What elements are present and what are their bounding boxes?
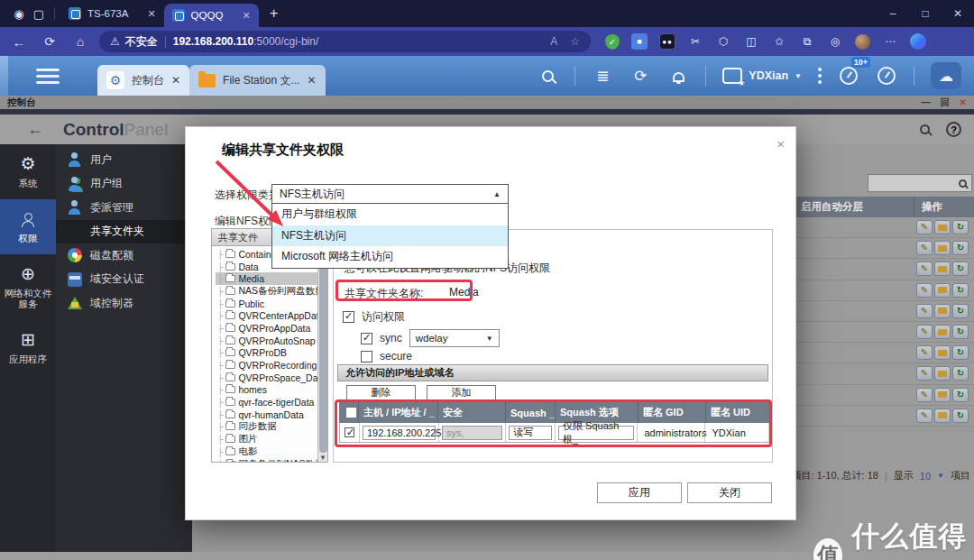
more-menu-icon[interactable]: ⋯ (882, 33, 898, 50)
edit-properties-icon[interactable]: ✎ (916, 220, 933, 234)
tree-folder-item[interactable]: 图片 (216, 433, 327, 445)
app-minimize-button[interactable]: — (922, 97, 931, 107)
tree-folder-item[interactable]: NAS备份到网盘数据 (216, 285, 327, 298)
scrollbar-thumb[interactable] (319, 255, 327, 453)
tree-folder-item[interactable]: QVRProSpace_DataVol2 (216, 372, 327, 384)
address-bar[interactable]: ⚠ 不安全 192.168.200.110 :5000/cgi-bin/ A ☆ (99, 31, 591, 52)
qts-tab-file-station[interactable]: File Station 文... ✕ (189, 65, 325, 96)
new-tab-button[interactable]: + (264, 4, 284, 23)
row-checkbox[interactable] (345, 427, 354, 437)
tree-folder-item[interactable]: 同步数据 (216, 421, 327, 434)
security-input[interactable]: sys, (442, 426, 503, 440)
edit-properties-icon[interactable]: ✎ (916, 262, 933, 276)
shield-extension-icon[interactable]: ✓ (605, 34, 620, 50)
anon-uid-value[interactable]: YDXian (708, 426, 766, 440)
qts-tab-close-icon[interactable]: ✕ (307, 74, 316, 87)
notification-bell-icon[interactable] (667, 65, 689, 87)
tree-folder-item[interactable]: qvr-humanData (216, 409, 327, 421)
sync-mode-select[interactable]: wdelay ▼ (409, 329, 500, 347)
tree-folder-item[interactable]: homes (216, 384, 327, 397)
edit-properties-icon[interactable]: ✎ (916, 388, 933, 402)
browser-tab-ts673a[interactable]: TS-673A ✕ (60, 2, 164, 25)
favorite-star-icon[interactable]: ☆ (570, 35, 580, 48)
home-button[interactable]: ⌂ (70, 32, 90, 51)
tree-folder-item[interactable]: QVRProRecording (216, 359, 327, 372)
window-close-button[interactable]: ✕ (942, 7, 974, 20)
edit-properties-icon[interactable]: ✎ (916, 325, 933, 339)
edit-permissions-icon[interactable] (934, 366, 951, 381)
squash-option-input[interactable]: 仅限 Squash 根_ (558, 426, 634, 440)
snapshot-sync-icon[interactable]: ↻ (952, 304, 969, 318)
tree-folder-item[interactable]: QVRProAppData (216, 322, 327, 335)
app-close-button[interactable]: ✕ (960, 97, 967, 107)
secure-sync-icon[interactable]: ⟳ (629, 65, 651, 87)
profile-avatar-icon[interactable] (855, 34, 870, 50)
snapshot-sync-icon[interactable]: ↻ (952, 409, 969, 423)
snapshot-sync-icon[interactable]: ↻ (952, 283, 969, 298)
option-nfs-host[interactable]: NFS主机访问 (272, 225, 508, 247)
app-maximize-button[interactable]: 回 (941, 96, 950, 109)
edit-properties-icon[interactable]: ✎ (916, 366, 933, 381)
option-user-group[interactable]: 用户与群组权限 (272, 204, 508, 225)
page-size-caret-icon[interactable]: ▼ (937, 472, 944, 480)
edit-properties-icon[interactable]: ✎ (916, 283, 933, 298)
snapshot-sync-icon[interactable]: ↻ (952, 262, 969, 276)
sidebar-menu-item[interactable]: 磁盘配额 (56, 243, 192, 268)
close-button[interactable]: 关闭 (687, 482, 772, 503)
snapshot-sync-icon[interactable]: ↻ (952, 220, 969, 234)
tree-folder-item[interactable]: QVRProAutoSnap (216, 335, 327, 347)
sidebar-category[interactable]: ⚙ 系统 (0, 144, 56, 199)
sync-checkbox[interactable] (361, 333, 372, 344)
window-maximize-button[interactable]: □ (909, 7, 942, 20)
sidebar-category[interactable]: ⊞ 应用程序 (0, 320, 56, 375)
page-size-value[interactable]: 10 (920, 471, 931, 482)
dark-extension-icon[interactable]: ●● (659, 33, 675, 50)
back-arrow-button[interactable]: ← (27, 120, 43, 139)
copy-plus-icon[interactable]: ⧉ (799, 33, 815, 50)
sidebar-category[interactable]: ⊕ 网络和文件服务 (0, 254, 56, 320)
access-permission-checkbox[interactable] (343, 311, 354, 323)
tree-folder-item[interactable]: QVRCenterAppData (216, 309, 327, 322)
squash-input[interactable]: 读写 (509, 426, 552, 440)
tab-close-icon[interactable]: ✕ (147, 8, 155, 20)
window-minimize-button[interactable]: – (877, 7, 909, 20)
global-search-icon[interactable] (537, 65, 558, 87)
snapshot-sync-icon[interactable]: ↻ (952, 345, 969, 360)
edit-permissions-icon[interactable] (934, 241, 951, 255)
permission-type-select[interactable]: NFS主机访问 ▲ (271, 184, 509, 204)
edit-properties-icon[interactable]: ✎ (916, 409, 933, 423)
sidebar-menu-item[interactable]: 用户组 (56, 172, 192, 197)
edit-permissions-icon[interactable] (934, 409, 951, 423)
host-ip-input[interactable]: 192.168.200.225 (363, 426, 436, 440)
edit-permissions-icon[interactable] (934, 388, 951, 402)
tree-folder-item[interactable]: QVRProDB (216, 347, 327, 360)
qts-tab-control-panel[interactable]: ⚙ 控制台 ✕ (97, 65, 189, 96)
sidebar-category[interactable]: 权限 (0, 199, 56, 254)
qts-tab-close-icon[interactable]: ✕ (171, 74, 180, 87)
user-menu[interactable]: YDXian ▼ (722, 68, 802, 84)
tree-folder-item[interactable]: 网盘备份到NAS数据 (216, 458, 327, 462)
option-ms-network-host[interactable]: Microsoft 网络主机访问 (272, 246, 508, 268)
snapshot-sync-icon[interactable]: ↻ (952, 366, 969, 381)
tree-folder-item[interactable]: Media (216, 272, 327, 285)
refresh-button[interactable]: ⟳ (40, 32, 60, 51)
notices-stack-icon[interactable]: ≣ (592, 65, 613, 87)
edit-permissions-icon[interactable] (934, 345, 951, 360)
dialog-close-icon[interactable]: × (776, 136, 785, 151)
sidebar-menu-item[interactable]: 共享文件夹 (56, 220, 192, 244)
scissors-extension-icon[interactable]: ✂ (687, 33, 703, 50)
dashboard-gauge-icon[interactable] (876, 65, 897, 87)
anon-gid-value[interactable]: administrators (640, 426, 702, 440)
help-icon[interactable]: ? (946, 122, 961, 137)
split-screen-icon[interactable]: ◫ (743, 33, 759, 50)
snapshot-sync-icon[interactable]: ↻ (952, 388, 969, 402)
edit-properties-icon[interactable]: ✎ (916, 345, 933, 360)
tree-scrollbar[interactable]: ▲ ▼ (317, 246, 327, 462)
tab-search-icon[interactable]: ▢ (29, 4, 49, 23)
read-aloud-icon[interactable]: A (550, 35, 557, 48)
resource-monitor-icon[interactable]: 10+ (838, 65, 859, 87)
edit-permissions-icon[interactable] (934, 325, 951, 339)
add-button[interactable]: 添加 (427, 385, 496, 400)
collections-icon[interactable]: ✩ (771, 33, 787, 50)
select-all-checkbox[interactable] (346, 408, 356, 418)
